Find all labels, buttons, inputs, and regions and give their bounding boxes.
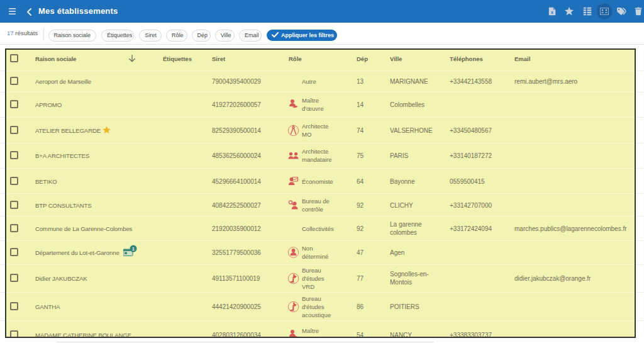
svg-text:1: 1 (131, 246, 135, 252)
svg-text:x: x (551, 10, 553, 14)
